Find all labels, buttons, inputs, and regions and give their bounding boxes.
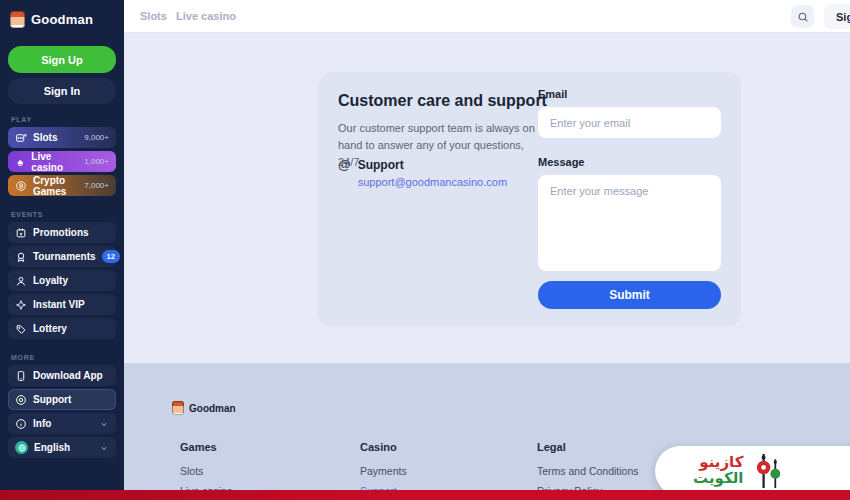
sidebar-item-label: Info [33,418,51,429]
submit-button[interactable]: Submit [538,281,721,309]
goodman-mascot-icon [10,11,25,28]
footer-link-terms[interactable]: Terms and Conditions [537,465,639,477]
section-label-more: MORE [0,342,124,365]
support-card: Customer care and support Our customer s… [318,72,741,327]
lottery-tag-icon [15,323,27,335]
topbar-link-slots[interactable]: Slots [140,10,167,22]
search-icon [797,11,809,23]
support-contact-block: @ Support support@goodmancasino.com [338,158,507,188]
sidebar-item-label: English [34,442,70,453]
sidebar-item-live-casino[interactable]: ♠ Live casino 1,000+ [8,151,116,172]
slots-icon [15,132,27,144]
instant-vip-icon [15,299,27,311]
loyalty-icon [15,275,27,287]
tournaments-icon [15,251,27,263]
slots-count: 9,000+ [84,133,109,142]
topbar-link-live-casino[interactable]: Live casino [176,10,236,22]
sidebar-item-label: Support [33,394,71,405]
topbar: Slots Live casino Sign in [124,0,850,33]
sidebar-item-crypto-games[interactable]: Crypto Games 7,000+ [8,175,116,196]
brand-name: Goodman [31,12,93,27]
tournaments-count-badge: 12 [102,250,120,263]
sidebar-item-label: Slots [33,132,57,143]
sidebar-item-label: Instant VIP [33,299,85,310]
sidebar-item-tournaments[interactable]: Tournaments 12 [8,246,116,267]
sign-in-button[interactable]: Sign In [8,78,116,104]
sidebar-item-support[interactable]: Support [8,389,116,410]
sign-up-button[interactable]: Sign Up [8,46,116,73]
sidebar-item-slots[interactable]: Slots 9,000+ [8,127,116,148]
footer-column-title: Legal [537,441,639,453]
page-title: Customer care and support [338,92,547,110]
support-email-link[interactable]: support@goodmancasino.com [358,176,507,188]
sidebar-item-label: Live casino [31,151,78,173]
bottom-red-bar [0,490,850,500]
live-casino-count: 1,000+ [84,157,109,166]
sidebar-item-lottery[interactable]: Lottery [8,318,116,339]
sidebar-item-label: Lottery [33,323,67,334]
page: Goodman Sign Up Sign In PLAY Slots 9,000… [0,0,850,500]
info-icon [15,418,27,430]
sidebar-item-promotions[interactable]: Promotions [8,222,116,243]
sidebar-item-label: Loyalty [33,275,68,286]
section-label-play: PLAY [0,104,124,127]
topbar-sign-in-button[interactable]: Sign in [824,4,850,29]
message-label: Message [538,156,721,168]
spade-icon: ♠ [15,156,25,168]
support-icon [15,394,27,406]
download-app-icon [15,370,27,382]
footer-column-title: Casino [360,441,407,453]
watermark-text: كازينو الكويت [693,455,743,487]
main-content: Customer care and support Our customer s… [124,33,850,363]
sidebar-item-download-app[interactable]: Download App [8,365,116,386]
goodman-mascot-icon [172,401,184,415]
watermark-line2: الكويت [693,471,743,487]
footer-link-payments[interactable]: Payments [360,465,407,477]
sidebar-item-instant-vip[interactable]: Instant VIP [8,294,116,315]
sidebar-item-label: Promotions [33,227,89,238]
promotions-icon [15,227,27,239]
contact-label: Support [358,158,507,172]
bitcoin-icon [15,180,27,192]
kuwait-towers-icon [751,452,787,490]
message-field[interactable] [538,175,721,271]
search-button[interactable] [791,5,814,28]
chevron-down-icon [99,443,109,453]
sidebar-item-label: Tournaments [33,251,96,262]
globe-icon [15,441,28,454]
kuwait-casino-watermark: كازينو الكويت [655,446,850,496]
footer-link-slots[interactable]: Slots [180,465,233,477]
sidebar-item-label: Download App [33,370,103,381]
footer-logo: Goodman [172,401,236,415]
brand-logo[interactable]: Goodman [0,0,124,36]
sidebar-item-loyalty[interactable]: Loyalty [8,270,116,291]
support-form: Email Message Submit [538,88,721,309]
footer-column-title: Games [180,441,233,453]
crypto-games-count: 7,000+ [84,181,109,190]
sidebar: Goodman Sign Up Sign In PLAY Slots 9,000… [0,0,124,500]
sidebar-item-info[interactable]: Info [8,413,116,434]
email-label: Email [538,88,721,100]
sidebar-item-language[interactable]: English [8,437,116,458]
section-label-events: EVENTS [0,199,124,222]
email-field[interactable] [538,107,721,138]
footer-brand-name: Goodman [189,403,236,414]
sidebar-item-label: Crypto Games [33,175,78,197]
at-sign-icon: @ [338,158,351,188]
chevron-down-icon [99,419,109,429]
